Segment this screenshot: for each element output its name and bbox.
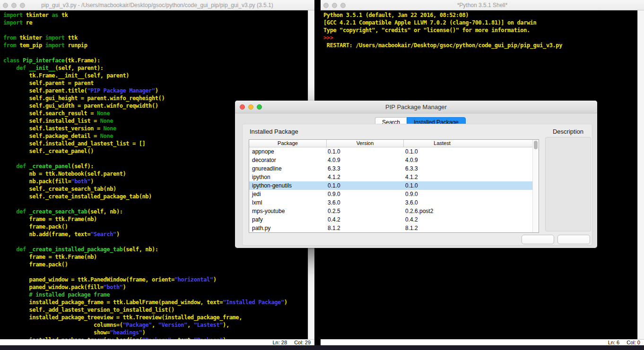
cell-package: pafy — [249, 215, 326, 224]
pip-titlebar[interactable]: PIP Package Manager — [235, 101, 597, 113]
cell-lastest: 6.3.3 — [403, 164, 532, 173]
table-row[interactable]: decorator4.0.94.0.9 — [249, 156, 532, 164]
code-line: paned_window.pack(fill="both") — [3, 283, 308, 291]
cell-version: 0.9.0 — [326, 190, 403, 198]
cell-lastest: 8.1.2 — [403, 224, 532, 232]
table-row[interactable]: pafy0.4.20.4.2 — [249, 215, 532, 224]
code-line: from tkinter import ttk — [3, 34, 308, 42]
cell-version: 3.6.0 — [326, 198, 403, 207]
code-line: from tem_pip import runpip — [3, 42, 308, 49]
shell-col-indicator: Col: 0 — [627, 340, 640, 345]
table-row[interactable]: path.py8.1.28.1.2 — [249, 224, 532, 232]
code-line: def __init__(self, parent): — [3, 64, 308, 72]
code-line: class Pip_interface(tk.Frame): — [3, 57, 308, 64]
code-line: Type "copyright", "credits" or "license(… — [323, 26, 637, 34]
treeview-rows: appnope0.1.00.1.0decorator4.0.94.0.9gnur… — [249, 147, 532, 232]
cell-lastest: 0.1.0 — [403, 147, 532, 156]
installed-package-frame-label: Installed Package — [250, 128, 298, 135]
code-line: self.parent = parent — [3, 79, 308, 87]
cell-package: decorator — [249, 156, 326, 164]
cell-package: path.py — [249, 224, 326, 232]
installed-package-table: Package Version Lastest appnope0.1.00.1.… — [249, 139, 539, 233]
desktop-background: pip_gui_v3.py - /Users/macbookair/Deskto… — [0, 0, 644, 350]
cell-package: ipython-genutils — [249, 181, 326, 190]
code-line: paned_window = ttk.PanedWindow(frame, or… — [3, 276, 308, 283]
code-line: self.parent.title("PIP Package Manager") — [3, 87, 308, 94]
code-line: self._add_lastest_version_to_installed_l… — [3, 306, 308, 314]
cell-version: 6.3.3 — [326, 164, 403, 173]
cell-version: 4.0.9 — [326, 156, 403, 164]
code-line: tk.Frame.__init__(self, parent) — [3, 72, 308, 79]
cell-package: jedi — [249, 190, 326, 198]
cell-lastest: 0.2.6.post2 — [403, 207, 532, 215]
cell-lastest: 0.4.2 — [403, 215, 532, 224]
code-line: import re — [3, 19, 308, 26]
table-header-row: Package Version Lastest — [249, 140, 532, 147]
code-line: installed_package_treeview = ttk.Treevie… — [3, 314, 308, 321]
code-line: show="headings") — [3, 329, 308, 336]
column-header-package[interactable]: Package — [249, 140, 326, 147]
table-row[interactable]: jedi0.9.00.9.0 — [249, 190, 532, 198]
editor-statusbar: Ln: 28 Col: 29 — [0, 339, 314, 345]
code-line — [3, 268, 308, 276]
shell-line-indicator: Ln: 6 — [608, 340, 619, 345]
table-row[interactable]: ipython-genutils0.1.00.1.0 — [249, 181, 532, 190]
code-line: RESTART: /Users/macbookair/Desktop/gsoc/… — [323, 42, 637, 49]
cell-version: 8.1.2 — [326, 224, 403, 232]
pip-window-title: PIP Package Manager — [235, 101, 597, 113]
editor-line-indicator: Ln: 28 — [272, 340, 287, 345]
table-row[interactable]: ipython4.1.24.1.2 — [249, 173, 532, 181]
cell-version: 0.1.0 — [326, 181, 403, 190]
table-row[interactable]: gnureadline6.3.36.3.3 — [249, 164, 532, 173]
code-line: [GCC 4.2.1 Compatible Apple LLVM 7.0.2 (… — [323, 19, 637, 26]
table-scrollbar[interactable] — [532, 140, 539, 232]
code-line: columns=("Package", "Version", "Lastest"… — [3, 321, 308, 329]
cell-package: ipython — [249, 173, 326, 181]
description-label: Description — [545, 128, 591, 135]
action-button-2[interactable] — [557, 235, 590, 244]
code-line — [3, 26, 308, 34]
code-line: installed_package_frame = ttk.LabelFrame… — [3, 299, 308, 306]
cell-lastest: 0.1.0 — [403, 181, 532, 190]
code-line — [3, 49, 308, 57]
code-line: import tkinter as tk — [3, 11, 308, 19]
cell-lastest: 0.9.0 — [403, 190, 532, 198]
cell-package: lxml — [249, 198, 326, 207]
editor-window-title: pip_gui_v3.py - /Users/macbookair/Deskto… — [0, 0, 314, 10]
cell-version: 0.4.2 — [326, 215, 403, 224]
column-header-lastest[interactable]: Lastest — [403, 140, 480, 147]
code-line: >>> — [323, 34, 637, 42]
code-line: frame.pack() — [3, 261, 308, 268]
column-header-version[interactable]: Version — [326, 140, 403, 147]
cell-package: mps-youtube — [249, 207, 326, 215]
cell-version: 0.1.0 — [326, 147, 403, 156]
code-line: Python 3.5.1 (default, Jan 22 2016, 08:5… — [323, 11, 637, 19]
code-line: frame = ttk.Frame(nb) — [3, 253, 308, 261]
table-row[interactable]: appnope0.1.00.1.0 — [249, 147, 532, 156]
table-scrollbar-thumb[interactable] — [534, 141, 538, 149]
editor-titlebar[interactable]: pip_gui_v3.py - /Users/macbookair/Deskto… — [0, 0, 314, 10]
table-row[interactable]: lxml3.6.03.6.0 — [249, 198, 532, 207]
cell-lastest: 4.0.9 — [403, 156, 532, 164]
shell-statusbar: Ln: 6 Col: 0 — [321, 339, 644, 345]
shell-titlebar[interactable]: *Python 3.5.1 Shell* — [321, 0, 644, 10]
cell-version: 0.2.5 — [326, 207, 403, 215]
cell-lastest: 3.6.0 — [403, 198, 532, 207]
column-header-filler — [480, 140, 532, 147]
action-button-1[interactable] — [522, 235, 554, 244]
cell-package: gnureadline — [249, 164, 326, 173]
shell-window-title: *Python 3.5.1 Shell* — [321, 0, 644, 10]
description-panel — [545, 137, 591, 231]
code-line: # installed package frame — [3, 291, 308, 299]
cell-lastest: 4.1.2 — [403, 173, 532, 181]
cell-version: 4.1.2 — [326, 173, 403, 181]
pip-package-manager-window: PIP Package Manager Search Installed Pac… — [235, 101, 597, 248]
shell-scrollbar[interactable] — [637, 10, 644, 339]
editor-col-indicator: Col: 29 — [294, 340, 311, 345]
table-row[interactable]: mps-youtube0.2.50.2.6.post2 — [249, 207, 532, 215]
desktop-bottom-strip — [0, 345, 644, 350]
cell-package: appnope — [249, 147, 326, 156]
